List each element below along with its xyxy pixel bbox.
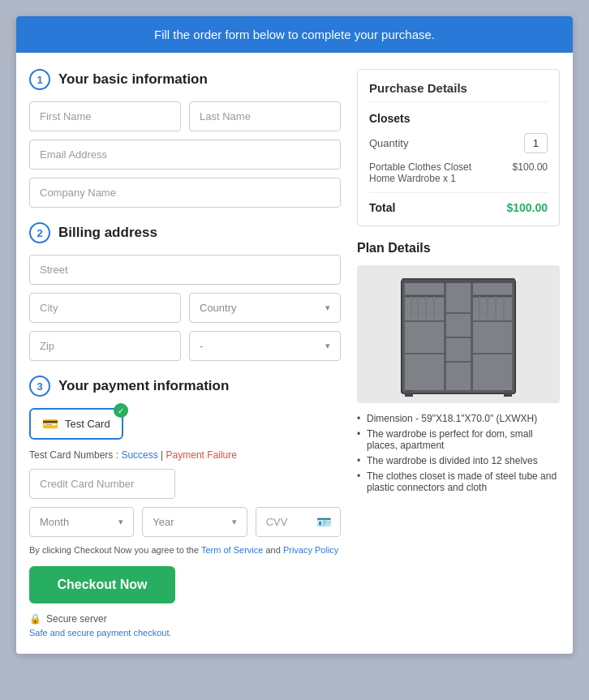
section1-title: Your basic information: [58, 71, 208, 88]
secure-info: 🔒 Secure server: [29, 613, 341, 625]
email-row: [29, 140, 341, 170]
quantity-label: Quantity: [369, 137, 408, 149]
purchase-details-box: Purchase Details Closets Quantity 1 Port…: [357, 69, 560, 226]
test-card-option[interactable]: 💳 Test Card ✓: [29, 408, 123, 440]
product-image: [357, 265, 560, 403]
section3-title: Your payment information: [58, 378, 229, 394]
payment-expiry-row: Month ▾ Year ▾ 🪪: [29, 507, 341, 537]
terms-text: By clicking Checkout Now you agree to th…: [29, 545, 341, 555]
card-check-badge: ✓: [114, 403, 128, 418]
month-label: Month: [40, 516, 69, 528]
city-country-row: Country ▾: [29, 293, 341, 323]
credit-card-input[interactable]: [29, 469, 175, 499]
section2-number: 2: [29, 222, 50, 243]
state-label: -: [200, 340, 203, 352]
test-card-separator: |: [161, 449, 163, 461]
purchase-title: Purchase Details: [369, 81, 548, 102]
credit-card-row: [29, 469, 341, 499]
plan-details: Plan Details: [357, 241, 560, 493]
zip-input[interactable]: [29, 331, 181, 361]
terms-prefix: By clicking Checkout Now you agree to th…: [29, 545, 201, 555]
year-chevron-icon: ▾: [232, 517, 237, 527]
quantity-row: Quantity 1: [369, 133, 548, 153]
total-row: Total $100.00: [369, 192, 548, 214]
last-name-input[interactable]: [189, 101, 341, 131]
street-input[interactable]: [29, 255, 341, 285]
checkout-button[interactable]: Checkout Now: [29, 566, 175, 603]
card-icon: 💳: [42, 416, 58, 432]
list-item: The clothes closet is made of steel tube…: [357, 470, 560, 493]
test-card-success-link[interactable]: Success: [121, 449, 157, 461]
top-banner: Fill the order form below to complete yo…: [16, 16, 573, 53]
right-panel: Purchase Details Closets Quantity 1 Port…: [357, 69, 560, 638]
country-select[interactable]: Country ▾: [189, 293, 341, 323]
svg-rect-24: [402, 280, 515, 393]
country-label: Country: [200, 302, 237, 314]
card-label: Test Card: [65, 418, 110, 430]
lock-icon: 🔒: [29, 613, 41, 625]
street-row: [29, 255, 341, 285]
total-label: Total: [369, 201, 395, 214]
left-panel: 1 Your basic information 2 Billing addre…: [29, 69, 357, 638]
state-chevron-icon: ▾: [325, 341, 330, 351]
safe-text: Safe and secure payment checkout.: [29, 628, 341, 638]
product-details-list: Dimension - 59"X18.1"X70.0" (LXWXH)The w…: [357, 413, 560, 493]
state-select[interactable]: - ▾: [189, 331, 341, 361]
privacy-link[interactable]: Privacy Policy: [283, 545, 338, 555]
email-input[interactable]: [29, 140, 341, 170]
quantity-value: 1: [524, 133, 548, 153]
terms-and: and: [265, 545, 282, 555]
product-row: Portable Clothes Closet Home Wardrobe x …: [369, 161, 548, 184]
company-input[interactable]: [29, 178, 341, 208]
test-card-note: Test Card Numbers : Success | Payment Fa…: [29, 449, 341, 461]
month-chevron-icon: ▾: [118, 517, 123, 527]
first-name-input[interactable]: [29, 101, 181, 131]
year-label: Year: [153, 516, 174, 528]
terms-link[interactable]: Term of Service: [201, 545, 263, 555]
list-item: The wardrobe is divided into 12 shelves: [357, 455, 560, 466]
total-price: $100.00: [506, 201, 548, 214]
section1-header: 1 Your basic information: [29, 69, 341, 90]
page-wrapper: Fill the order form below to complete yo…: [16, 16, 573, 654]
name-row: [29, 101, 341, 131]
test-card-note-text: Test Card Numbers :: [29, 449, 118, 461]
product-price: $100.00: [513, 161, 548, 184]
list-item: Dimension - 59"X18.1"X70.0" (LXWXH): [357, 413, 560, 424]
city-input[interactable]: [29, 293, 181, 323]
section3-header: 3 Your payment information: [29, 376, 341, 397]
section3-number: 3: [29, 376, 50, 397]
banner-text: Fill the order form below to complete yo…: [154, 28, 435, 41]
country-chevron-icon: ▾: [325, 303, 330, 313]
company-row: [29, 178, 341, 208]
plan-title: Plan Details: [357, 241, 560, 256]
month-select[interactable]: Month ▾: [29, 507, 134, 537]
section2-header: 2 Billing address: [29, 222, 341, 243]
year-select[interactable]: Year ▾: [142, 507, 247, 537]
zip-state-row: - ▾: [29, 331, 341, 361]
list-item: The wardrobe is perfect for dom, small p…: [357, 428, 560, 451]
cvv-wrapper: 🪪: [256, 507, 341, 537]
product-category: Closets: [369, 112, 548, 125]
cvv-card-icon: 🪪: [308, 509, 340, 536]
main-content: 1 Your basic information 2 Billing addre…: [16, 53, 573, 654]
closet-svg: [393, 272, 523, 397]
secure-label: Secure server: [46, 613, 107, 625]
test-card-failure-link[interactable]: Payment Failure: [166, 449, 237, 461]
product-name: Portable Clothes Closet Home Wardrobe x …: [369, 161, 471, 184]
cvv-input[interactable]: [256, 508, 308, 536]
section1-number: 1: [29, 69, 50, 90]
section2-title: Billing address: [58, 225, 157, 241]
